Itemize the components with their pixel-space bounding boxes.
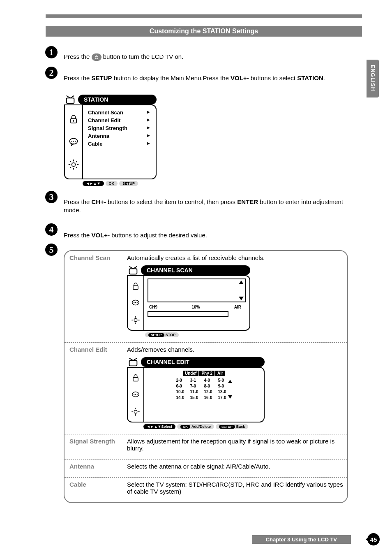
scan-panel: CH9 10% AIR [144, 276, 249, 330]
edit-sidebar [128, 368, 144, 422]
table-row-cable: Cable Select the TV system: STD/HRC/IRC(… [65, 477, 347, 502]
t: VOL+- [231, 74, 249, 81]
row-desc: Adds/removes channels. [127, 346, 343, 353]
caption-icon [131, 390, 141, 400]
table-row-signal-strength: Signal Strength Allows adjustement for t… [65, 434, 347, 459]
step-4-badge: 4 [45, 223, 58, 236]
svg-point-35 [137, 394, 138, 395]
row-desc: Allows adjustement for the reception qua… [127, 438, 343, 452]
page-footer: Chapter 3 Using the LCD TV 45 [252, 533, 380, 545]
svg-rect-20 [133, 285, 138, 289]
row-desc: Select the TV system: STD/HRC/IRC(STD, H… [127, 481, 343, 495]
station-item: Channel Scan► [88, 109, 151, 116]
nav-setup-pill: SETUP [119, 181, 138, 186]
row-label: Antenna [69, 463, 127, 472]
step-2-badge: 2 [45, 67, 58, 79]
station-osd-title: STATION [78, 95, 157, 104]
edit-nav: ◄►▲▼Select OKAdd/Delete SETUPBack [127, 424, 265, 429]
scan-list-box [148, 278, 246, 302]
edit-channel-grid: 2-03-14-05-0 6-07-08-09-0 10-011-012-013… [176, 378, 226, 400]
svg-point-7 [71, 141, 72, 142]
svg-point-10 [72, 163, 76, 167]
edit-ok-pill: OKAdd/Delete [177, 424, 214, 429]
svg-point-9 [75, 141, 76, 142]
nav-ok-pill: OK [106, 181, 118, 186]
edit-tags: UndefPhy 2Air [148, 371, 261, 376]
station-osd-sidebar [65, 105, 83, 179]
scan-setup-pill: SETUPSTOP [145, 332, 179, 337]
scan-nav: SETUPSTOP [127, 332, 250, 337]
lock-icon [68, 114, 79, 125]
step-2-text: Press the SETUP button to display the Ma… [64, 74, 345, 82]
svg-point-23 [135, 302, 136, 303]
svg-point-8 [73, 141, 74, 142]
edit-tag: Phy 2 [199, 371, 214, 376]
t: buttons to select the item to control, t… [106, 198, 237, 205]
svg-line-15 [70, 161, 71, 162]
station-osd-nav: ◄►▲▼ OK SETUP [64, 181, 157, 186]
lock-icon [131, 373, 141, 383]
top-divider [46, 14, 362, 18]
step-3-badge: 3 [45, 191, 58, 203]
t: buttons to adjust the desired value. [110, 232, 207, 239]
tv-icon [127, 355, 139, 369]
station-osd-list: Channel Scan► Channel Edit► Signal Stren… [83, 105, 156, 179]
t: ENTER [237, 198, 258, 205]
svg-point-25 [134, 318, 137, 322]
channel-scan-title: CHANNEL SCAN [141, 265, 250, 275]
t: . [323, 74, 325, 81]
step-4-text: Press the VOL+- buttons to adjust the de… [64, 231, 345, 239]
scan-pct: 10% [191, 305, 200, 309]
table-row-channel-scan: Channel Scan Automatically creates a lis… [65, 251, 347, 342]
power-icon [92, 53, 101, 61]
table-row-antenna: Antenna Selects the antenna or cable sig… [65, 459, 347, 477]
row-label: Cable [69, 481, 127, 497]
caption-icon [131, 298, 141, 308]
svg-rect-2 [67, 98, 74, 103]
t: Press the [64, 198, 92, 205]
svg-line-17 [70, 167, 71, 168]
tv-icon [127, 264, 139, 277]
edit-select-pill: ◄►▲▼Select [143, 424, 175, 429]
t: button to display the Main Menu.Press th… [112, 74, 231, 81]
scan-ch: CH9 [149, 305, 157, 309]
step-1-pre: Press the [64, 53, 92, 60]
row-label: Channel Edit [69, 346, 127, 429]
svg-rect-31 [133, 377, 138, 381]
page-number: 45 [367, 533, 380, 545]
t: Press the [64, 74, 92, 81]
svg-point-36 [134, 410, 137, 413]
scan-progress-bar [148, 311, 228, 317]
chapter-label: Chapter 3 Using the LCD TV [252, 535, 351, 544]
t: SETUP [92, 74, 112, 81]
t: STATION [297, 74, 323, 81]
step-1-text: Press the button to turn the LCD TV on. [64, 53, 345, 61]
tv-icon [64, 93, 76, 106]
gear-icon [131, 315, 141, 325]
edit-panel: UndefPhy 2Air 2-03-14-05-0 6-07-08-09-0 … [144, 368, 264, 422]
step-3-text: Press the CH+- buttons to select the ite… [64, 198, 345, 215]
edit-tag: Undef [183, 371, 198, 376]
scan-sidebar [128, 276, 144, 330]
scan-src: AIR [234, 305, 241, 309]
edit-tag: Air [215, 371, 225, 376]
station-item: Antenna► [88, 132, 151, 140]
settings-table: Channel Scan Automatically creates a lis… [64, 250, 348, 503]
edit-scroll [228, 380, 232, 399]
channel-edit-title: CHANNEL EDIT [141, 357, 265, 367]
svg-point-24 [137, 302, 138, 303]
nav-arrows-pill: ◄►▲▼ [83, 181, 104, 186]
lock-icon [131, 281, 141, 291]
step-5-badge: 5 [45, 244, 58, 256]
row-desc: Automatically creates a list of receivab… [127, 254, 343, 261]
step-1-badge: 1 [45, 46, 58, 58]
section-header: Customizing the STATION Settings [46, 26, 362, 37]
svg-rect-30 [129, 360, 137, 366]
t: buttons to select [249, 74, 297, 81]
caption-icon [68, 136, 79, 148]
step-1-post: button to turn the LCD TV on. [103, 53, 184, 60]
t: CH+- [92, 198, 106, 205]
t: Press the [64, 232, 92, 239]
language-tab: ENGLISH [367, 60, 379, 97]
scroll-up-icon [228, 380, 232, 383]
